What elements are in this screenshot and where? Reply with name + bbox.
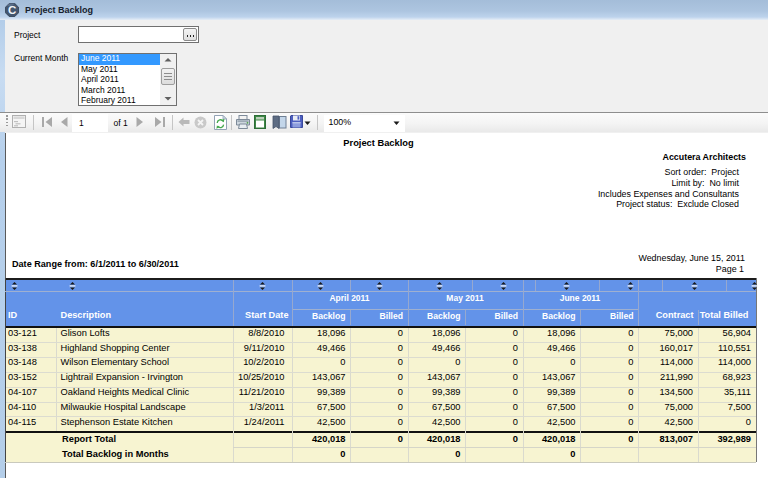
svg-text:C: C bbox=[8, 4, 16, 16]
